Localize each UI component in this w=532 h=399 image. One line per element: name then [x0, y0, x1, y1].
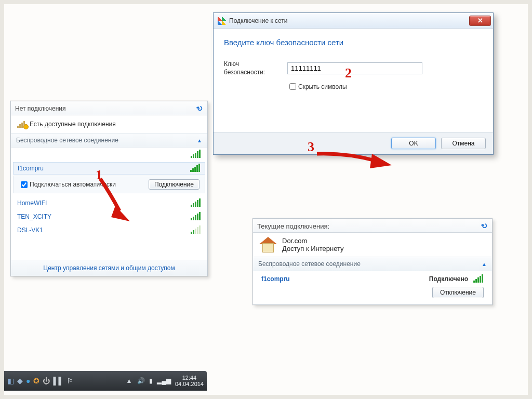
- chevron-up-icon: ▲: [197, 138, 202, 143]
- network-name: f1compru: [261, 275, 290, 283]
- signal-icon: [190, 165, 201, 172]
- disconnect-button[interactable]: Отключение: [432, 287, 484, 298]
- network-center-link[interactable]: Центр управления сетями и общим доступом: [11, 260, 207, 276]
- tray-icon[interactable]: ✪: [33, 377, 39, 385]
- wireless-section-header[interactable]: Беспроводное сетевое соединение ▲: [11, 133, 207, 148]
- clock-time: 12:44: [175, 375, 204, 381]
- status-label: Подключено: [429, 275, 468, 283]
- availability-row: Есть доступные подключения: [11, 115, 207, 133]
- connected-network-row[interactable]: f1compru Подключено: [253, 271, 492, 287]
- hide-chars-label: Скрыть символы: [298, 83, 347, 90]
- flyout-header: Нет подключения ↻: [11, 101, 207, 115]
- dialog-body: Введите ключ безопасности сети Ключ безо…: [214, 29, 493, 132]
- refresh-icon[interactable]: ↻: [480, 221, 489, 231]
- taskbar: ◧ ◆ ● ✪ ⏻ ▌▌ 🏳 ▲ 🔊 ▮ ▂▄▆ 12:44 04.04.201…: [4, 371, 207, 391]
- hide-chars-row: Скрыть символы: [287, 82, 483, 91]
- chevron-up-icon: ▲: [482, 261, 487, 267]
- step-2-label: 2: [345, 65, 352, 81]
- tray-overflow-icon[interactable]: ▲: [126, 377, 133, 384]
- security-key-row: Ключ безопасности:: [224, 60, 483, 76]
- network-item-selected[interactable]: f1compru: [13, 162, 205, 175]
- tray-icon[interactable]: ▌▌: [53, 377, 63, 385]
- auto-connect-checkbox[interactable]: [21, 181, 28, 188]
- shield-icon: [218, 17, 226, 25]
- security-key-label: Ключ безопасности:: [224, 60, 281, 76]
- signal-icon: [191, 151, 201, 158]
- network-name: TEN_XCITY: [17, 213, 51, 220]
- dialog-titlebar[interactable]: Подключение к сети ✕: [214, 13, 493, 29]
- home-network-icon: [259, 237, 277, 252]
- tray-icon[interactable]: ●: [26, 377, 30, 385]
- section-label: Беспроводное сетевое соединение: [258, 260, 361, 268]
- availability-text: Есть доступные подключения: [30, 121, 116, 128]
- cancel-button[interactable]: Отмена: [441, 138, 486, 149]
- connect-dialog: Подключение к сети ✕ Введите ключ безопа…: [213, 12, 494, 155]
- network-flyout-connected: Текущие подключения: ↻ Dor.com Доступ к …: [252, 218, 493, 305]
- signal-icon: [191, 213, 201, 220]
- header-title: Текущие подключения:: [257, 222, 329, 230]
- flyout-header: Текущие подключения: ↻: [253, 219, 492, 233]
- section-label: Беспроводное сетевое соединение: [16, 137, 118, 144]
- wireless-section-header[interactable]: Беспроводное сетевое соединение ▲: [253, 257, 492, 271]
- network-name: Dor.com: [282, 237, 344, 245]
- hide-chars-checkbox[interactable]: [289, 83, 296, 90]
- signal-icon: [191, 200, 201, 207]
- network-item[interactable]: [11, 148, 207, 161]
- tray-icon[interactable]: ⏻: [43, 377, 50, 385]
- taskbar-clock[interactable]: 12:44 04.04.2014: [175, 375, 204, 387]
- signal-icon: [191, 227, 201, 234]
- volume-icon[interactable]: 🔊: [137, 377, 145, 384]
- refresh-icon[interactable]: ↻: [195, 103, 205, 114]
- tray-icon[interactable]: 🏳: [66, 377, 74, 385]
- arrow-1: [82, 174, 139, 231]
- svg-marker-1: [370, 154, 392, 168]
- network-name: f1compru: [18, 165, 44, 172]
- dialog-title-text: Подключение к сети: [229, 17, 287, 24]
- tray-icons: ◧ ◆ ● ✪ ⏻ ▌▌ 🏳: [7, 377, 74, 385]
- battery-icon[interactable]: ▮: [149, 377, 153, 384]
- network-name: HomeWIFI: [17, 200, 47, 207]
- clock-date: 04.04.2014: [175, 381, 204, 387]
- current-connection-row: Dor.com Доступ к Интернету: [253, 233, 492, 257]
- connect-button[interactable]: Подключение: [149, 179, 200, 190]
- tray-icon[interactable]: ◧: [7, 377, 14, 385]
- close-icon[interactable]: ✕: [469, 16, 491, 26]
- network-name: DSL-VK1: [17, 227, 43, 234]
- dialog-prompt: Введите ключ безопасности сети: [224, 38, 483, 47]
- tray-icon[interactable]: ◆: [17, 377, 23, 385]
- access-label: Доступ к Интернету: [282, 245, 344, 252]
- header-title: Нет подключения: [15, 105, 66, 112]
- svg-marker-0: [111, 206, 130, 221]
- security-key-input[interactable]: [287, 62, 422, 74]
- wifi-warn-icon: [17, 121, 26, 128]
- signal-icon: [473, 275, 484, 283]
- arrow-3: [311, 138, 399, 180]
- network-tray-icon[interactable]: ▂▄▆: [157, 377, 171, 384]
